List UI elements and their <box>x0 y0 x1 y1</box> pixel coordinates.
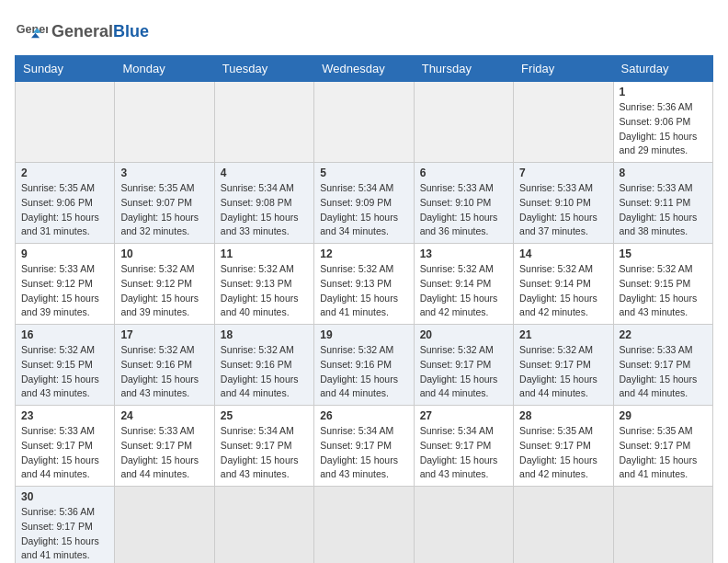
week-row-4: 23Sunrise: 5:33 AM Sunset: 9:17 PM Dayli… <box>16 406 713 487</box>
week-row-1: 2Sunrise: 5:35 AM Sunset: 9:06 PM Daylig… <box>16 163 713 244</box>
header-row: SundayMondayTuesdayWednesdayThursdayFrid… <box>16 56 713 82</box>
calendar-table: SundayMondayTuesdayWednesdayThursdayFrid… <box>15 55 713 563</box>
day-cell: 26Sunrise: 5:34 AM Sunset: 9:17 PM Dayli… <box>314 406 414 487</box>
day-cell <box>314 82 414 163</box>
day-info: Sunrise: 5:33 AM Sunset: 9:17 PM Dayligh… <box>120 424 208 482</box>
day-info: Sunrise: 5:36 AM Sunset: 9:06 PM Dayligh… <box>620 100 707 158</box>
day-number: 29 <box>620 409 707 422</box>
day-cell: 27Sunrise: 5:34 AM Sunset: 9:17 PM Dayli… <box>414 406 513 487</box>
day-number: 23 <box>21 409 108 422</box>
day-cell: 10Sunrise: 5:32 AM Sunset: 9:12 PM Dayli… <box>115 244 214 325</box>
day-cell: 16Sunrise: 5:32 AM Sunset: 9:15 PM Dayli… <box>16 325 115 406</box>
day-header-saturday: Saturday <box>613 56 712 82</box>
day-info: Sunrise: 5:32 AM Sunset: 9:17 PM Dayligh… <box>519 343 607 401</box>
day-number: 21 <box>519 328 607 341</box>
day-number: 24 <box>120 409 208 422</box>
day-cell: 14Sunrise: 5:32 AM Sunset: 9:14 PM Dayli… <box>514 244 613 325</box>
day-info: Sunrise: 5:35 AM Sunset: 9:06 PM Dayligh… <box>21 181 108 239</box>
day-number: 26 <box>320 409 407 422</box>
day-cell: 13Sunrise: 5:32 AM Sunset: 9:14 PM Dayli… <box>414 244 513 325</box>
day-info: Sunrise: 5:34 AM Sunset: 9:17 PM Dayligh… <box>420 424 507 482</box>
day-info: Sunrise: 5:32 AM Sunset: 9:17 PM Dayligh… <box>420 343 507 401</box>
logo: General GeneralBlue <box>15 15 149 48</box>
day-header-friday: Friday <box>514 56 613 82</box>
day-number: 16 <box>21 328 108 341</box>
day-cell: 5Sunrise: 5:34 AM Sunset: 9:09 PM Daylig… <box>314 163 414 244</box>
day-number: 9 <box>21 247 108 260</box>
day-cell: 17Sunrise: 5:32 AM Sunset: 9:16 PM Dayli… <box>115 325 214 406</box>
day-header-thursday: Thursday <box>414 56 513 82</box>
day-number: 3 <box>120 167 208 179</box>
day-info: Sunrise: 5:33 AM Sunset: 9:17 PM Dayligh… <box>21 424 108 482</box>
day-cell <box>514 82 613 163</box>
day-info: Sunrise: 5:33 AM Sunset: 9:17 PM Dayligh… <box>620 343 707 401</box>
day-cell: 12Sunrise: 5:32 AM Sunset: 9:13 PM Dayli… <box>314 244 414 325</box>
week-row-3: 16Sunrise: 5:32 AM Sunset: 9:15 PM Dayli… <box>16 325 713 406</box>
day-cell: 22Sunrise: 5:33 AM Sunset: 9:17 PM Dayli… <box>613 325 712 406</box>
logo-text: GeneralBlue <box>51 22 149 41</box>
day-info: Sunrise: 5:32 AM Sunset: 9:14 PM Dayligh… <box>420 262 507 320</box>
day-info: Sunrise: 5:32 AM Sunset: 9:15 PM Dayligh… <box>21 343 108 401</box>
day-number: 8 <box>620 167 707 179</box>
day-info: Sunrise: 5:33 AM Sunset: 9:10 PM Dayligh… <box>420 181 507 239</box>
day-number: 2 <box>21 167 108 179</box>
day-info: Sunrise: 5:33 AM Sunset: 9:10 PM Dayligh… <box>519 181 607 239</box>
day-number: 19 <box>320 328 407 341</box>
day-number: 7 <box>519 167 607 179</box>
day-info: Sunrise: 5:32 AM Sunset: 9:16 PM Dayligh… <box>221 343 308 401</box>
day-cell: 24Sunrise: 5:33 AM Sunset: 9:17 PM Dayli… <box>115 406 214 487</box>
day-header-monday: Monday <box>115 56 214 82</box>
day-header-tuesday: Tuesday <box>214 56 313 82</box>
day-cell <box>214 487 313 564</box>
day-cell: 1Sunrise: 5:36 AM Sunset: 9:06 PM Daylig… <box>613 82 712 163</box>
day-number: 5 <box>320 167 407 179</box>
day-info: Sunrise: 5:35 AM Sunset: 9:07 PM Dayligh… <box>120 181 208 239</box>
day-info: Sunrise: 5:34 AM Sunset: 9:08 PM Dayligh… <box>221 181 308 239</box>
day-number: 4 <box>221 167 308 179</box>
day-cell: 29Sunrise: 5:35 AM Sunset: 9:17 PM Dayli… <box>613 406 712 487</box>
day-info: Sunrise: 5:32 AM Sunset: 9:14 PM Dayligh… <box>519 262 607 320</box>
day-cell: 8Sunrise: 5:33 AM Sunset: 9:11 PM Daylig… <box>613 163 712 244</box>
day-number: 1 <box>620 86 707 98</box>
day-number: 25 <box>221 409 308 422</box>
day-cell: 3Sunrise: 5:35 AM Sunset: 9:07 PM Daylig… <box>115 163 214 244</box>
day-cell: 4Sunrise: 5:34 AM Sunset: 9:08 PM Daylig… <box>214 163 313 244</box>
day-cell <box>613 487 712 564</box>
day-cell: 18Sunrise: 5:32 AM Sunset: 9:16 PM Dayli… <box>214 325 313 406</box>
day-cell <box>414 487 513 564</box>
logo-icon: General <box>15 15 48 48</box>
day-cell: 15Sunrise: 5:32 AM Sunset: 9:15 PM Dayli… <box>613 244 712 325</box>
day-cell: 21Sunrise: 5:32 AM Sunset: 9:17 PM Dayli… <box>514 325 613 406</box>
day-cell: 11Sunrise: 5:32 AM Sunset: 9:13 PM Dayli… <box>214 244 313 325</box>
day-number: 15 <box>620 247 707 260</box>
day-cell <box>115 82 214 163</box>
week-row-2: 9Sunrise: 5:33 AM Sunset: 9:12 PM Daylig… <box>16 244 713 325</box>
day-cell <box>414 82 513 163</box>
day-info: Sunrise: 5:32 AM Sunset: 9:15 PM Dayligh… <box>620 262 707 320</box>
day-cell: 9Sunrise: 5:33 AM Sunset: 9:12 PM Daylig… <box>16 244 115 325</box>
day-info: Sunrise: 5:33 AM Sunset: 9:11 PM Dayligh… <box>620 181 707 239</box>
day-info: Sunrise: 5:32 AM Sunset: 9:16 PM Dayligh… <box>120 343 208 401</box>
day-number: 28 <box>519 409 607 422</box>
day-number: 10 <box>120 247 208 260</box>
day-cell <box>514 487 613 564</box>
day-number: 20 <box>420 328 507 341</box>
day-header-wednesday: Wednesday <box>314 56 414 82</box>
day-number: 13 <box>420 247 507 260</box>
day-number: 30 <box>21 490 108 503</box>
day-cell: 20Sunrise: 5:32 AM Sunset: 9:17 PM Dayli… <box>414 325 513 406</box>
day-number: 18 <box>221 328 308 341</box>
week-row-5: 30Sunrise: 5:36 AM Sunset: 9:17 PM Dayli… <box>16 487 713 564</box>
day-info: Sunrise: 5:33 AM Sunset: 9:12 PM Dayligh… <box>21 262 108 320</box>
day-info: Sunrise: 5:32 AM Sunset: 9:13 PM Dayligh… <box>320 262 407 320</box>
day-cell: 7Sunrise: 5:33 AM Sunset: 9:10 PM Daylig… <box>514 163 613 244</box>
day-info: Sunrise: 5:34 AM Sunset: 9:17 PM Dayligh… <box>221 424 308 482</box>
day-cell: 2Sunrise: 5:35 AM Sunset: 9:06 PM Daylig… <box>16 163 115 244</box>
day-number: 14 <box>519 247 607 260</box>
day-number: 12 <box>320 247 407 260</box>
day-info: Sunrise: 5:35 AM Sunset: 9:17 PM Dayligh… <box>519 424 607 482</box>
day-info: Sunrise: 5:32 AM Sunset: 9:13 PM Dayligh… <box>221 262 308 320</box>
day-number: 27 <box>420 409 507 422</box>
svg-text:General: General <box>17 23 48 36</box>
day-info: Sunrise: 5:32 AM Sunset: 9:12 PM Dayligh… <box>120 262 208 320</box>
